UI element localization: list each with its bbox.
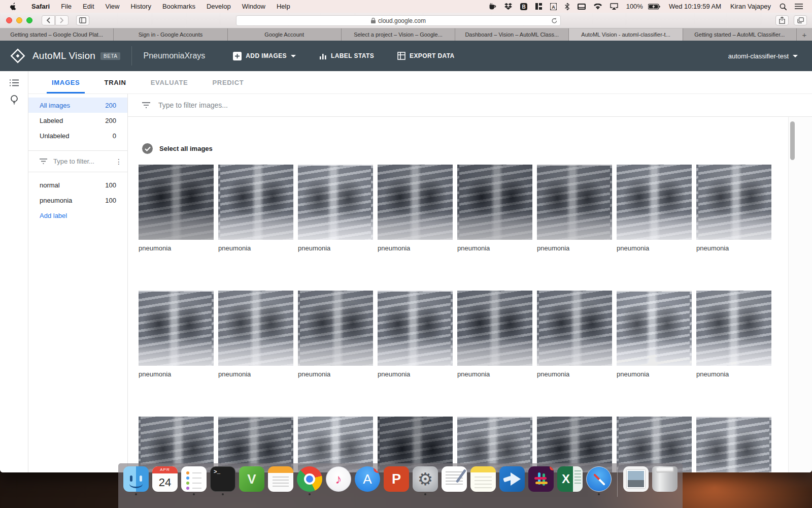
tab-train[interactable]: TRAIN bbox=[92, 71, 138, 93]
menu-user[interactable]: Kiran Vajapey bbox=[726, 3, 775, 10]
xray-thumbnail[interactable] bbox=[617, 165, 692, 240]
dataset-list-icon[interactable] bbox=[10, 79, 19, 86]
browser-tab-4[interactable]: Dashboard – Vision – AutoML Class... bbox=[455, 28, 569, 41]
terminal-dock-icon[interactable] bbox=[210, 466, 235, 492]
content-scrollbar[interactable] bbox=[788, 117, 812, 472]
zoom-window-button[interactable] bbox=[26, 17, 32, 23]
menu-history[interactable]: History bbox=[125, 3, 156, 10]
menu-window[interactable]: Window bbox=[236, 3, 271, 10]
xray-thumbnail[interactable] bbox=[696, 291, 771, 366]
browser-tab-0[interactable]: Getting started – Google Cloud Plat... bbox=[0, 28, 114, 41]
dock-item-sysprefs[interactable] bbox=[413, 466, 438, 495]
macvim-dock-icon[interactable] bbox=[239, 466, 264, 492]
browser-tab-3[interactable]: Select a project – Vision – Google... bbox=[342, 28, 455, 41]
export-data-button[interactable]: EXPORT DATA bbox=[397, 52, 455, 60]
dock-item-vscode[interactable] bbox=[499, 466, 525, 495]
menu-view[interactable]: View bbox=[100, 3, 125, 10]
reminders-dock-icon[interactable] bbox=[181, 466, 207, 492]
xray-thumbnail[interactable] bbox=[139, 165, 214, 240]
back-button[interactable] bbox=[42, 15, 55, 25]
xray-thumbnail[interactable] bbox=[378, 165, 453, 240]
scrollbar-thumb[interactable] bbox=[790, 121, 795, 160]
safari-dock-icon[interactable] bbox=[586, 466, 612, 492]
xray-thumbnail[interactable] bbox=[298, 291, 373, 366]
xray-thumbnail[interactable] bbox=[218, 291, 293, 366]
add-images-button[interactable]: ADD IMAGES bbox=[233, 52, 296, 60]
menu-develop[interactable]: Develop bbox=[201, 3, 236, 10]
tab-overview-button[interactable] bbox=[794, 15, 807, 25]
finder-dock-icon[interactable] bbox=[123, 466, 149, 492]
lightbulb-icon[interactable] bbox=[10, 94, 18, 106]
sidebar-item-all-images[interactable]: All images200 bbox=[28, 98, 127, 113]
dock-item-reminders[interactable] bbox=[181, 466, 207, 495]
dock-item-excel[interactable] bbox=[557, 466, 583, 495]
airplay-icon[interactable] bbox=[606, 3, 622, 10]
bluetooth-icon[interactable] bbox=[561, 3, 573, 10]
vscode-dock-icon[interactable] bbox=[499, 466, 525, 492]
sysprefs-dock-icon[interactable] bbox=[413, 466, 438, 492]
menu-help[interactable]: Help bbox=[271, 3, 296, 10]
images-filter-input[interactable]: Type to filter images... bbox=[128, 94, 812, 117]
dock-item-terminal[interactable] bbox=[210, 466, 235, 495]
menu-edit[interactable]: Edit bbox=[77, 3, 99, 10]
address-bar[interactable]: cloud.google.com bbox=[236, 15, 561, 26]
menu-safari[interactable]: Safari bbox=[26, 3, 55, 10]
trash-dock-icon[interactable] bbox=[652, 466, 678, 492]
project-selector[interactable]: automl-classifier-test bbox=[728, 52, 798, 60]
excel-dock-icon[interactable] bbox=[557, 466, 583, 492]
tab-predict[interactable]: PREDICT bbox=[200, 71, 256, 93]
dock-item-pages[interactable] bbox=[268, 466, 293, 495]
dock-item-downloads[interactable] bbox=[623, 466, 649, 495]
xray-thumbnail[interactable] bbox=[457, 291, 532, 366]
tab-evaluate[interactable]: EVALUATE bbox=[139, 71, 200, 93]
wifi-icon[interactable] bbox=[590, 4, 606, 10]
slack-dock-icon[interactable] bbox=[528, 466, 554, 492]
xray-thumbnail[interactable] bbox=[537, 165, 612, 240]
dock-item-calendar[interactable]: APR24 bbox=[152, 466, 178, 495]
xray-thumbnail[interactable] bbox=[298, 165, 373, 240]
dock-item-itunes[interactable] bbox=[326, 466, 351, 495]
checkmark-icon[interactable] bbox=[142, 143, 153, 154]
forward-button[interactable] bbox=[55, 15, 69, 25]
textedit-dock-icon[interactable] bbox=[442, 466, 467, 492]
bear-icon[interactable]: B bbox=[516, 3, 531, 10]
sidebar-label-pneumonia[interactable]: pneumonia100 bbox=[28, 193, 127, 208]
pages-dock-icon[interactable] bbox=[268, 466, 293, 492]
close-window-button[interactable] bbox=[6, 17, 12, 23]
dock-item-finder[interactable] bbox=[123, 466, 149, 495]
xray-thumbnail[interactable] bbox=[378, 291, 453, 366]
magnet-icon[interactable]: A bbox=[546, 3, 561, 10]
xray-thumbnail[interactable] bbox=[218, 165, 293, 240]
spotlight-search-icon[interactable] bbox=[775, 3, 791, 10]
select-all-images[interactable]: Select all images bbox=[142, 143, 812, 154]
dock-item-safari[interactable] bbox=[586, 466, 612, 495]
dock-item-textedit[interactable] bbox=[442, 466, 467, 495]
xray-thumbnail[interactable] bbox=[139, 291, 214, 366]
label-stats-button[interactable]: LABEL STATS bbox=[319, 52, 374, 60]
xray-thumbnail[interactable] bbox=[696, 165, 771, 240]
sidebar-toggle-button[interactable] bbox=[76, 15, 89, 25]
dropbox-icon[interactable] bbox=[500, 3, 516, 10]
xray-thumbnail[interactable] bbox=[617, 291, 692, 366]
minimize-window-button[interactable] bbox=[16, 17, 22, 23]
browser-tab-2[interactable]: Google Account bbox=[228, 28, 342, 41]
dock-item-powerpoint[interactable] bbox=[384, 466, 409, 495]
dock-item-chrome[interactable] bbox=[297, 466, 322, 495]
more-options-icon[interactable]: ⋮ bbox=[115, 157, 122, 166]
menu-clock[interactable]: Wed 10:19:59 AM bbox=[664, 3, 726, 10]
new-tab-button[interactable]: + bbox=[797, 28, 812, 41]
dock-item-appstore[interactable]: 2 bbox=[355, 466, 380, 495]
browser-tab-5[interactable]: AutoML Vision - automl-classifier-t... bbox=[569, 28, 683, 41]
panes-icon[interactable] bbox=[531, 3, 546, 10]
dock-item-trash[interactable] bbox=[652, 466, 678, 495]
caffeine-icon[interactable] bbox=[485, 3, 500, 10]
reload-icon[interactable] bbox=[552, 18, 557, 24]
menu-bookmarks[interactable]: Bookmarks bbox=[157, 3, 201, 10]
dock-item-notes[interactable] bbox=[470, 466, 496, 495]
xray-thumbnail[interactable] bbox=[457, 165, 532, 240]
apple-menu-icon[interactable] bbox=[10, 3, 17, 10]
appstore-dock-icon[interactable]: 2 bbox=[355, 466, 380, 492]
sidebar-item-unlabeled[interactable]: Unlabeled0 bbox=[28, 128, 127, 143]
tab-images[interactable]: IMAGES bbox=[40, 71, 92, 93]
powerpoint-dock-icon[interactable] bbox=[384, 466, 409, 492]
